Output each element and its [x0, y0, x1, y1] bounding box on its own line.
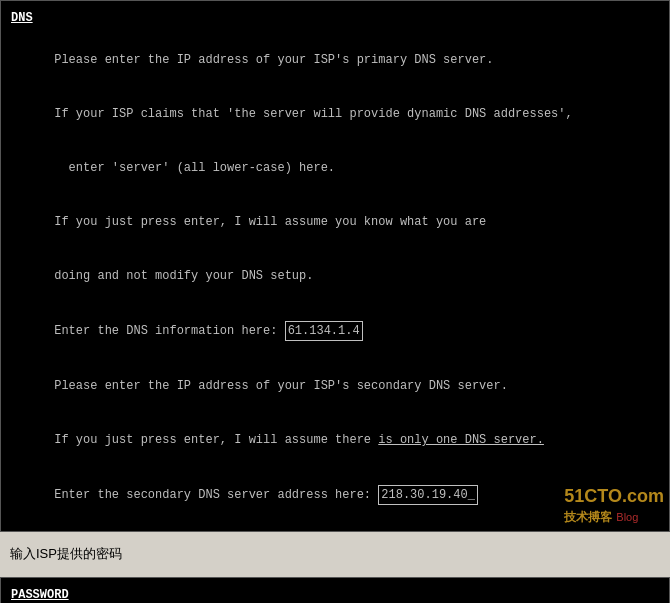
dns-watermark-tech: 技术搏客 — [564, 508, 612, 526]
dns-watermark-51cto: 51CTO.com — [564, 486, 664, 508]
password-title: PASSWORD — [11, 586, 659, 603]
dns-title: DNS — [11, 9, 659, 27]
password-terminal: PASSWORD Please enter your Password: Ple… — [0, 577, 670, 603]
primary-dns-input[interactable]: 61.134.1.4 — [285, 321, 363, 341]
dns-watermark-blog: Blog — [616, 509, 638, 526]
dns-watermark: 51CTO.com 技术搏客 Blog — [564, 486, 664, 526]
dns-line-2: If your ISP claims that 'the server will… — [11, 87, 659, 141]
password-section: PASSWORD Please enter your Password: Ple… — [0, 577, 670, 603]
dns-section: DNS Please enter the IP address of your … — [0, 0, 670, 532]
dns-line-3: enter 'server' (all lower-case) here. — [11, 141, 659, 195]
dns-line-1: Please enter the IP address of your ISP'… — [11, 33, 659, 87]
dns-terminal: DNS Please enter the IP address of your … — [0, 0, 670, 532]
dns-line-5: doing and not modify your DNS setup. — [11, 249, 659, 303]
dns-line-7: Please enter the IP address of your ISP'… — [11, 359, 659, 413]
dns-secondary-assume-line: If you just press enter, I will assume t… — [11, 413, 659, 467]
dns-primary-line: Enter the DNS information here: 61.134.1… — [11, 303, 659, 359]
dns-line-4: If you just press enter, I will assume y… — [11, 195, 659, 249]
dns-description: 输入ISP提供的密码 — [0, 532, 670, 577]
dns-secondary-line: Enter the secondary DNS server address h… — [11, 467, 659, 523]
secondary-dns-input[interactable]: 218.30.19.40_ — [378, 485, 478, 505]
secondary-dns-underline: is only one DNS server. — [378, 433, 544, 447]
